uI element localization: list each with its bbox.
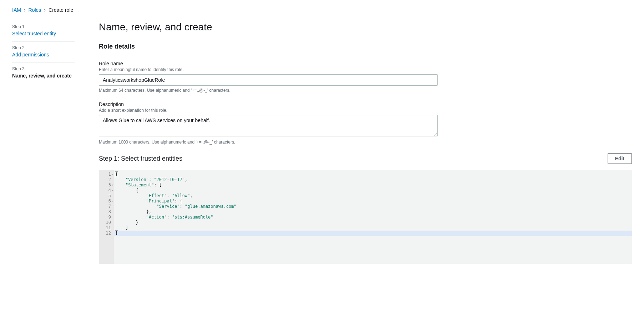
wizard-step-label[interactable]: Select trusted entity [12,31,56,36]
role-name-input[interactable] [99,74,438,86]
wizard-step-1[interactable]: Step 1 Select trusted entity [12,21,75,42]
wizard-step-2[interactable]: Step 2 Add permissions [12,42,75,63]
wizard-step-label: Name, review, and create [12,73,75,79]
breadcrumb-current: Create role [49,7,73,13]
role-description-field: Description Add a short explanation for … [99,101,632,145]
role-name-field: Role name Enter a meaningful name to ide… [99,61,632,93]
trust-policy-editor[interactable]: 123456789101112 { "Version": "2012-10-17… [99,170,632,264]
edit-button[interactable]: Edit [608,153,632,164]
chevron-right-icon: › [44,7,46,13]
wizard-nav: Step 1 Select trusted entity Step 2 Add … [12,21,75,264]
role-description-hint: Add a short explanation for this role. [99,108,632,113]
main-content: Name, review, and create Role details Ro… [99,21,632,264]
wizard-step-label[interactable]: Add permissions [12,52,49,57]
role-name-label: Role name [99,61,632,66]
page-title: Name, review, and create [99,21,632,33]
breadcrumb-iam[interactable]: IAM [12,7,21,13]
trusted-entities-heading: Step 1: Select trusted entities [99,155,182,162]
wizard-step-number: Step 2 [12,45,75,50]
role-details-heading: Role details [99,43,632,54]
editor-code[interactable]: { "Version": "2012-10-17", "Statement": … [114,170,632,264]
role-name-constraint: Maximum 64 characters. Use alphanumeric … [99,88,632,93]
breadcrumb-roles[interactable]: Roles [29,7,41,13]
chevron-right-icon: › [24,7,26,13]
editor-gutter: 123456789101112 [99,170,114,264]
role-description-input[interactable] [99,115,438,136]
role-name-hint: Enter a meaningful name to identify this… [99,67,632,72]
breadcrumb: IAM › Roles › Create role [12,7,632,13]
role-description-label: Description [99,101,632,107]
wizard-step-number: Step 1 [12,24,75,29]
wizard-step-3: Step 3 Name, review, and create [12,63,75,84]
role-description-constraint: Maximum 1000 characters. Use alphanumeri… [99,140,632,145]
wizard-step-number: Step 3 [12,66,75,71]
